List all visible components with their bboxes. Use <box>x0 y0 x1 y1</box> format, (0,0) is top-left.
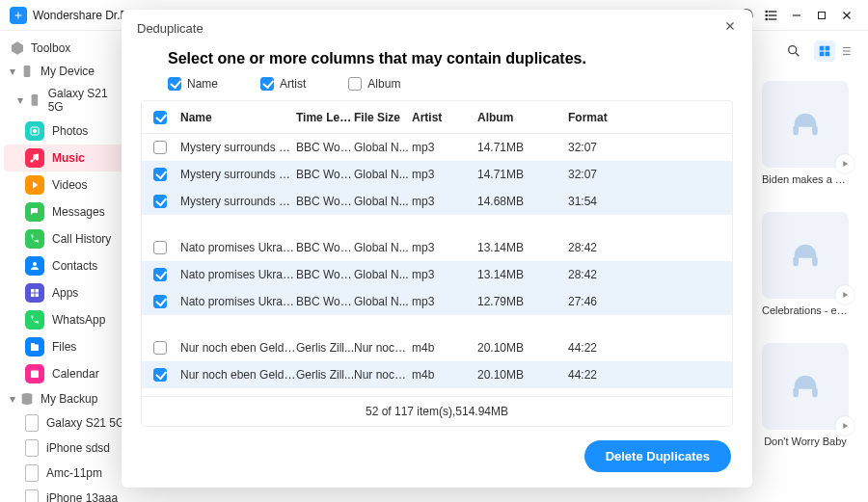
toolbox-icon <box>10 40 25 56</box>
backup-item[interactable]: iPhone sdsd <box>4 436 131 461</box>
music-thumb[interactable]: Celebrations - ed... <box>762 212 849 316</box>
svg-rect-39 <box>793 387 799 397</box>
cell-name: Nato promises Ukraine... <box>180 268 296 281</box>
sidebar-item-calendar[interactable]: Calendar <box>4 360 131 387</box>
row-checkbox[interactable] <box>153 268 167 281</box>
svg-rect-18 <box>36 289 40 293</box>
sidebar-item-label: Photos <box>52 124 88 138</box>
checkbox-icon[interactable] <box>260 77 274 91</box>
svg-rect-12 <box>31 94 38 106</box>
sidebar-item-label: Files <box>52 340 76 354</box>
music-thumb[interactable]: Don't Worry Baby <box>762 343 849 447</box>
device-icon <box>25 464 39 482</box>
table-row[interactable]: Nur noch eben Geld ho...Gerlis Zill...Nu… <box>142 361 732 388</box>
row-checkbox[interactable] <box>153 341 167 355</box>
play-icon[interactable] <box>835 154 854 173</box>
sidebar-item-videos[interactable]: Videos <box>4 172 131 198</box>
cell-time-length: BBC Worl... <box>296 168 354 181</box>
col-file-size[interactable]: File Size <box>354 111 412 124</box>
play-icon[interactable] <box>835 285 854 304</box>
table-row[interactable]: Mystery surrounds UF...BBC Worl...Global… <box>142 161 732 188</box>
play-icon[interactable] <box>835 416 854 436</box>
sidebar-item-apps[interactable]: Apps <box>4 279 131 306</box>
delete-duplicates-button[interactable]: Delete Duplicates <box>584 440 731 472</box>
row-checkbox[interactable] <box>153 241 167 254</box>
checkbox-icon[interactable] <box>168 77 181 91</box>
col-format[interactable]: Format <box>568 111 645 124</box>
svg-marker-41 <box>843 423 848 429</box>
cell-name: Mystery surrounds UF... <box>180 141 296 154</box>
row-checkbox[interactable] <box>153 195 167 208</box>
deduplicate-dialog: Deduplicate Select one or more columns t… <box>122 10 752 488</box>
col-name[interactable]: Name <box>180 111 296 124</box>
backup-item-label: Galaxy S21 5G <box>46 416 124 430</box>
sidebar-item-messages[interactable]: Messages <box>4 198 131 225</box>
minimize-button[interactable] <box>785 4 808 27</box>
sidebar-item-whatsapp[interactable]: WhatsApp <box>4 306 131 333</box>
filter-name[interactable]: Name <box>168 77 218 91</box>
sidebar-toolbox[interactable]: Toolbox <box>4 37 131 60</box>
cell-file-size: Nur noch ... <box>354 368 412 382</box>
sidebar-item-contacts[interactable]: Contacts <box>4 252 131 279</box>
thumb-title: Don't Worry Baby <box>762 436 849 447</box>
list-view-button[interactable] <box>835 40 856 62</box>
table-row[interactable]: Mystery surrounds UF...BBC Worl...Global… <box>142 134 732 161</box>
duplicates-table: Name Time Len... File Size Artist Album … <box>141 100 733 427</box>
dialog-title: Deduplicate <box>137 21 203 36</box>
svg-point-16 <box>33 262 37 266</box>
sidebar-item-label: Calendar <box>52 367 99 381</box>
search-icon[interactable] <box>783 40 804 62</box>
dialog-close-button[interactable] <box>723 19 737 37</box>
sidebar-item-icon <box>25 148 44 168</box>
svg-rect-20 <box>36 294 40 298</box>
col-time-length[interactable]: Time Len... <box>296 111 354 124</box>
maximize-button[interactable] <box>810 4 833 27</box>
cell-time-length: BBC Worl... <box>296 268 354 281</box>
sidebar-item-icon <box>25 175 44 195</box>
table-status: 52 of 117 item(s),514.94MB <box>142 396 732 426</box>
cell-format: 28:42 <box>568 268 645 281</box>
sidebar-item-call-history[interactable]: Call History <box>4 225 131 252</box>
grid-view-button[interactable] <box>814 40 835 62</box>
sidebar-item-icon <box>25 229 44 249</box>
backup-item[interactable]: Amc-11pm <box>4 461 131 486</box>
row-checkbox[interactable] <box>153 168 167 181</box>
music-thumb[interactable]: Biden makes a s... <box>762 81 849 185</box>
cell-artist: mp3 <box>412 141 477 154</box>
sidebar-device-label: Galaxy S21 5G <box>48 87 125 114</box>
list-icon[interactable] <box>760 4 783 27</box>
checkbox-icon[interactable] <box>348 77 362 91</box>
table-row[interactable]: Nur noch eben Geld ho...Gerlis Zill...Nu… <box>142 334 732 361</box>
table-row[interactable]: Mystery surrounds UF...BBC Worl...Global… <box>142 188 732 215</box>
col-artist[interactable]: Artist <box>412 111 477 124</box>
table-row[interactable]: Nato promises Ukraine...BBC Worl...Globa… <box>142 261 732 288</box>
sidebar-my-device[interactable]: ▾ My Device <box>4 60 131 83</box>
table-row[interactable]: Nato promises Ukraine...BBC Worl...Globa… <box>142 234 732 261</box>
close-button[interactable] <box>835 4 858 27</box>
filter-artist[interactable]: Artist <box>260 77 306 91</box>
sidebar-device[interactable]: ▾ Galaxy S21 5G <box>4 83 131 118</box>
cell-file-size: Nur noch ... <box>354 341 412 355</box>
sidebar-my-backup[interactable]: ▾ My Backup <box>4 387 131 410</box>
sidebar-item-files[interactable]: Files <box>4 333 131 360</box>
filter-album[interactable]: Album <box>348 77 400 91</box>
cell-time-length: BBC Worl... <box>296 241 354 254</box>
select-all-checkbox[interactable] <box>153 111 167 124</box>
backup-item-label: Amc-11pm <box>46 466 102 480</box>
svg-rect-29 <box>826 52 830 57</box>
row-checkbox[interactable] <box>153 368 167 382</box>
cell-album: 14.71MB <box>477 168 568 181</box>
table-row[interactable]: Nato promises Ukraine...BBC Worl...Globa… <box>142 288 732 315</box>
sidebar-item-photos[interactable]: Photos <box>4 118 131 145</box>
row-checkbox[interactable] <box>153 295 167 308</box>
chevron-down-icon: ▾ <box>17 93 27 107</box>
cell-format: 32:07 <box>568 168 645 181</box>
col-album[interactable]: Album <box>477 111 568 124</box>
cell-file-size: Global N... <box>354 241 412 254</box>
row-checkbox[interactable] <box>153 141 167 154</box>
sidebar-item-label: WhatsApp <box>52 313 105 327</box>
sidebar-item-label: Call History <box>52 232 111 246</box>
backup-item[interactable]: iPhone 13aaa <box>4 486 131 502</box>
backup-item[interactable]: Galaxy S21 5G <box>4 410 131 436</box>
sidebar-item-music[interactable]: Music <box>4 145 131 172</box>
